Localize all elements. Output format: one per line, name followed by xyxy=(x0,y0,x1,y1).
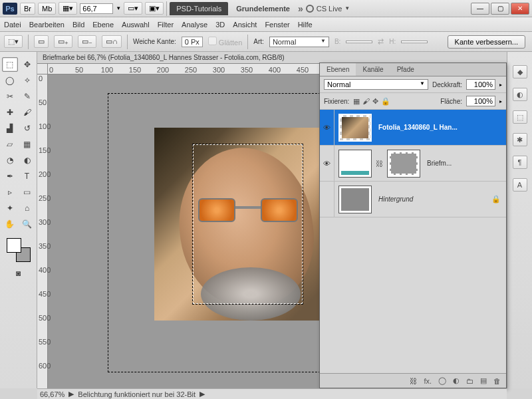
arrange-button[interactable]: ▭▾ xyxy=(124,2,142,15)
lasso-tool[interactable]: ◯ xyxy=(2,73,18,88)
view-extras-button[interactable]: ▦▾ xyxy=(59,2,77,15)
tool-preset[interactable]: ⬚▾ xyxy=(4,35,23,48)
sel-new[interactable]: ▭ xyxy=(34,35,49,48)
menu-filter[interactable]: Filter xyxy=(158,21,174,29)
minibridge-button[interactable]: Mb xyxy=(38,3,56,15)
menu-3d[interactable]: 3D xyxy=(215,21,225,29)
menu-ansicht[interactable]: Ansicht xyxy=(233,21,257,29)
cslive-button[interactable]: CS Live▼ xyxy=(306,5,350,13)
menu-ebene[interactable]: Ebene xyxy=(92,21,114,29)
tab-ebenen[interactable]: Ebenen xyxy=(320,63,356,76)
fill-input[interactable]: 100% xyxy=(466,96,495,106)
zoom-arrow[interactable]: ▼ xyxy=(116,5,121,11)
quickmask-toggle[interactable]: ◙ xyxy=(11,266,27,281)
minimize-button[interactable]: — xyxy=(471,3,489,15)
layer-thumb[interactable] xyxy=(338,114,372,142)
blur-tool[interactable]: ◔ xyxy=(2,153,18,168)
eyedropper-tool[interactable]: ✎ xyxy=(19,89,35,104)
adjustments-icon[interactable]: ⬚ xyxy=(513,110,527,124)
link-layers-icon[interactable]: ⛓ xyxy=(410,377,417,385)
layer-row[interactable]: 👁 Fotolia_1340860_L Han... xyxy=(320,110,506,146)
lock-position-icon[interactable]: ✥ xyxy=(372,97,378,106)
heal-tool[interactable]: ✚ xyxy=(2,105,18,120)
antialias-check[interactable]: Glätten xyxy=(208,37,243,47)
brush-tool[interactable]: 🖌 xyxy=(19,105,35,120)
new-layer-icon[interactable]: ▤ xyxy=(480,376,487,385)
menu-datei[interactable]: Datei xyxy=(4,21,21,29)
menu-analyse[interactable]: Analyse xyxy=(182,21,207,29)
pen-tool[interactable]: ✒ xyxy=(2,169,18,184)
layer-row[interactable]: 👁 ⛓ Briefm... xyxy=(320,146,506,182)
hand-tool[interactable]: ✋ xyxy=(2,217,18,231)
maximize-button[interactable]: ▢ xyxy=(491,3,509,15)
layers-panel[interactable]: Ebenen Kanäle Pfade Normal▼ Deckkraft: 1… xyxy=(319,63,507,388)
tab-pfade[interactable]: Pfade xyxy=(390,63,421,76)
workspace-tab-grundelemente[interactable]: Grundelemente xyxy=(231,2,295,15)
menu-fenster[interactable]: Fenster xyxy=(265,21,289,29)
menu-bearbeiten[interactable]: Bearbeiten xyxy=(29,21,65,29)
layer-thumb[interactable] xyxy=(338,186,372,213)
style-combo[interactable]: Normal▼ xyxy=(269,37,329,47)
history-brush-tool[interactable]: ↺ xyxy=(19,121,35,136)
refine-edge-button[interactable]: Kante verbessern... xyxy=(448,35,525,49)
menu-auswahl[interactable]: Auswahl xyxy=(122,21,150,29)
status-arrow-icon[interactable]: ▶ xyxy=(68,390,74,398)
opacity-input[interactable]: 100% xyxy=(466,79,495,90)
sel-sub[interactable]: ▭₋ xyxy=(78,35,96,48)
3d-camera-tool[interactable]: ⌂ xyxy=(19,201,35,215)
fg-swatch[interactable] xyxy=(7,238,21,253)
blend-mode-combo[interactable]: Normal▼ xyxy=(324,79,428,90)
feather-input[interactable]: 0 Px xyxy=(182,37,203,47)
wand-tool[interactable]: ✧ xyxy=(19,73,35,88)
color-icon[interactable]: ◐ xyxy=(513,88,527,101)
gradient-tool[interactable]: ▦ xyxy=(19,137,35,152)
zoom-tool[interactable]: 🔍 xyxy=(19,217,35,231)
layer-name[interactable]: Briefm... xyxy=(424,160,506,167)
lock-transparency-icon[interactable]: ▦ xyxy=(353,97,360,106)
group-icon[interactable]: 🗀 xyxy=(466,377,473,385)
mask-icon[interactable]: ◯ xyxy=(438,376,446,385)
path-tool[interactable]: ▹ xyxy=(2,185,18,200)
character-icon[interactable]: A xyxy=(513,178,527,192)
3d-tool[interactable]: ✦ xyxy=(2,201,18,215)
zoom-input[interactable] xyxy=(80,3,113,14)
ruler-origin[interactable] xyxy=(37,64,48,74)
eraser-tool[interactable]: ▱ xyxy=(2,137,18,152)
screenmode-button[interactable]: ▣▾ xyxy=(145,2,164,15)
menu-hilfe[interactable]: Hilfe xyxy=(298,21,313,29)
workspace-more[interactable]: » xyxy=(298,3,303,14)
tab-kanale[interactable]: Kanäle xyxy=(356,63,390,76)
color-swatches[interactable] xyxy=(7,238,31,262)
ruler-vertical[interactable]: 050100150200250300350400450500550600 xyxy=(37,74,48,388)
styles-icon[interactable]: ✱ xyxy=(513,133,527,146)
layer-row[interactable]: Hintergrund 🔒 xyxy=(320,182,506,217)
marquee-tool[interactable]: ⬚ xyxy=(2,57,18,72)
zoom-status[interactable]: 66,67% xyxy=(40,390,65,398)
sel-intersect[interactable]: ▭∩ xyxy=(102,35,122,48)
swatches-icon[interactable]: ◆ xyxy=(513,65,527,78)
visibility-toggle[interactable] xyxy=(320,182,334,217)
visibility-toggle[interactable]: 👁 xyxy=(320,146,334,181)
bridge-button[interactable]: Br xyxy=(20,3,35,15)
layer-name[interactable]: Hintergrund xyxy=(376,196,491,203)
fx-icon[interactable]: fx. xyxy=(424,377,432,385)
lock-all-icon[interactable]: 🔒 xyxy=(381,97,390,106)
dodge-tool[interactable]: ◐ xyxy=(19,153,35,168)
close-button[interactable]: ✕ xyxy=(511,3,529,15)
menu-bild[interactable]: Bild xyxy=(72,21,84,29)
move-tool[interactable]: ✥ xyxy=(19,57,35,72)
layer-mask-thumb[interactable] xyxy=(387,150,420,178)
shape-tool[interactable]: ▭ xyxy=(19,185,35,200)
sel-add[interactable]: ▭₊ xyxy=(54,35,72,48)
visibility-toggle[interactable]: 👁 xyxy=(320,110,334,145)
workspace-tab-tutorials[interactable]: PSD-Tutorials xyxy=(170,2,228,15)
status-more-icon[interactable]: ▶ xyxy=(200,390,205,398)
layer-name[interactable]: Fotolia_1340860_L Han... xyxy=(376,124,506,131)
stamp-tool[interactable]: ▟ xyxy=(2,121,18,136)
adjust-icon[interactable]: ◐ xyxy=(453,376,460,385)
crop-tool[interactable]: ✂ xyxy=(2,89,18,104)
lock-pixels-icon[interactable]: 🖌 xyxy=(362,97,370,106)
trash-icon[interactable]: 🗑 xyxy=(493,377,501,385)
type-tool[interactable]: T xyxy=(19,169,35,184)
layer-thumb[interactable] xyxy=(338,150,372,178)
